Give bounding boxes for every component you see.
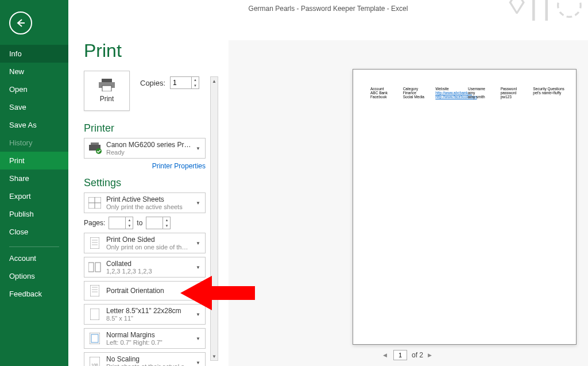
preview-content: AccountCategoryWebsiteUsernamePasswordSe… (369, 87, 564, 99)
window-title: German Pearls - Password Keeper Template… (68, 0, 588, 17)
settings-scrollbar[interactable]: ▲ ▼ (210, 76, 218, 361)
preview-page: AccountCategoryWebsiteUsernamePasswordSe… (353, 69, 577, 345)
nav-list: Info New Open Save Save As History Print… (0, 45, 68, 303)
backstage-sidebar: Info New Open Save Save As History Print… (0, 0, 68, 366)
svg-text:100: 100 (91, 363, 98, 366)
copies-spinner[interactable]: ▲▼ (170, 76, 199, 89)
nav-item-new[interactable]: New (0, 63, 68, 80)
nav-item-share[interactable]: Share (0, 169, 68, 187)
svg-rect-19 (90, 309, 99, 320)
pages-to-label: to (137, 219, 142, 227)
svg-rect-14 (95, 263, 100, 272)
page-icon (88, 236, 102, 250)
chevron-down-icon: ▼ (196, 336, 202, 341)
collated-icon (88, 260, 102, 274)
copies-down[interactable]: ▼ (192, 83, 199, 88)
pages-to-input[interactable] (146, 217, 163, 229)
scroll-down[interactable]: ▼ (211, 352, 218, 360)
chevron-down-icon: ▼ (196, 241, 202, 246)
nav-item-options[interactable]: Options (0, 267, 68, 285)
current-page-input[interactable] (393, 350, 407, 360)
pages-label: Pages: (84, 219, 105, 227)
chevron-down-icon: ▼ (196, 312, 202, 317)
chevron-down-icon: ▼ (196, 288, 202, 294)
chevron-down-icon: ▼ (196, 201, 202, 206)
printer-status-icon (88, 141, 102, 155)
printer-status: Ready (106, 149, 191, 156)
print-button-label: Print (100, 95, 114, 103)
chevron-down-icon: ▼ (196, 265, 202, 270)
nav-item-print[interactable]: Print (0, 152, 68, 169)
setting-margins[interactable]: Normal MarginsLeft: 0.7" Right: 0.7" ▼ (84, 328, 206, 349)
prev-page-button[interactable]: ◀ (383, 352, 389, 358)
setting-print-active-sheets[interactable]: Print Active SheetsOnly print the active… (84, 192, 206, 213)
margins-icon (88, 332, 102, 345)
nav-item-publish[interactable]: Publish (0, 205, 68, 223)
nav-item-info[interactable]: Info (0, 45, 68, 63)
setting-scaling[interactable]: 100 No ScalingPrint sheets at their actu… (84, 352, 206, 366)
copies-input[interactable] (171, 77, 191, 88)
nav-item-close[interactable]: Close (0, 223, 68, 241)
nav-separator (9, 246, 59, 247)
sheets-icon (88, 196, 102, 210)
next-page-button[interactable]: ▶ (428, 352, 434, 358)
svg-rect-13 (88, 263, 94, 272)
nav-item-save[interactable]: Save (0, 98, 68, 116)
pages-from-input[interactable] (109, 217, 125, 229)
print-preview-area: AccountCategoryWebsiteUsernamePasswordSe… (229, 40, 588, 366)
setting-paper-size[interactable]: Letter 8.5"x11" 22x28cm8.5" x 11" ▼ (84, 304, 206, 325)
back-button[interactable] (9, 11, 32, 34)
printer-icon (99, 79, 115, 91)
nav-item-open[interactable]: Open (0, 80, 68, 98)
page-of-label: of 2 (412, 351, 423, 359)
setting-collated[interactable]: Collated1,2,3 1,2,3 1,2,3 ▼ (84, 257, 206, 278)
scaling-icon: 100 (88, 356, 102, 366)
portrait-icon (88, 284, 102, 298)
svg-rect-0 (102, 79, 112, 82)
print-button[interactable]: Print (84, 71, 130, 111)
nav-item-history[interactable]: History (0, 134, 68, 152)
setting-orientation[interactable]: Portrait Orientation ▼ (84, 281, 206, 300)
nav-item-account[interactable]: Account (0, 249, 68, 267)
pages-to-spinner[interactable]: ▲▼ (146, 217, 171, 229)
copies-up[interactable]: ▲ (192, 77, 199, 83)
svg-rect-2 (102, 86, 111, 91)
back-arrow-icon (16, 18, 26, 28)
copies-label: Copies: (140, 79, 165, 87)
nav-item-save-as[interactable]: Save As (0, 116, 68, 134)
chevron-down-icon: ▼ (196, 360, 202, 365)
nav-item-export[interactable]: Export (0, 187, 68, 205)
scroll-up[interactable]: ▲ (211, 77, 218, 85)
setting-one-sided[interactable]: Print One SidedOnly print on one side of… (84, 233, 206, 253)
printer-properties-link[interactable]: Printer Properties (84, 162, 206, 170)
page-navigator: ◀ of 2 ▶ (383, 350, 434, 360)
printer-selector[interactable]: Canon MG6200 series Printer Ready ▼ (84, 138, 206, 159)
title-decoration: ◊||◌ (509, 0, 588, 11)
nav-item-feedback[interactable]: Feedback (0, 285, 68, 303)
printer-name: Canon MG6200 series Printer (106, 141, 191, 149)
pages-from-spinner[interactable]: ▲▼ (109, 217, 133, 229)
svg-rect-4 (91, 142, 99, 145)
scroll-track[interactable] (211, 85, 218, 352)
svg-rect-15 (90, 285, 99, 296)
svg-rect-9 (90, 237, 99, 249)
paper-icon (88, 307, 102, 321)
chevron-down-icon: ▼ (196, 146, 202, 151)
